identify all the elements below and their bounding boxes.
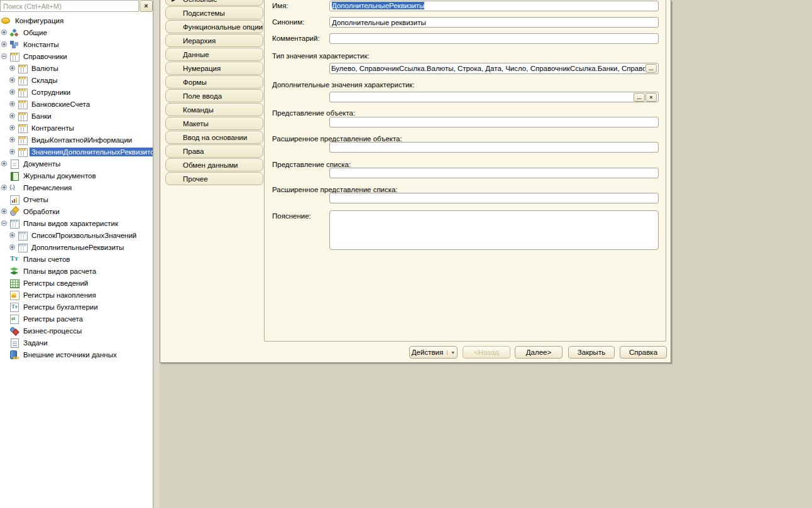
tab-label: Нумерация — [183, 65, 221, 72]
expander-icon[interactable] — [1, 30, 7, 35]
expander-icon[interactable] — [9, 244, 15, 250]
tree-item[interactable]: Склады — [0, 74, 153, 86]
tree-item[interactable]: Справочники — [0, 50, 153, 62]
dialog-tab[interactable]: Макеты — [165, 117, 263, 130]
tree-item[interactable]: Регистры сведений — [0, 277, 153, 289]
node-type-icon — [18, 243, 28, 252]
additional-values-ellipsis-button[interactable]: ... — [634, 93, 645, 102]
object-presentation-field[interactable] — [329, 117, 659, 127]
node-type-icon — [18, 76, 28, 85]
expander-icon[interactable] — [9, 65, 15, 71]
tree-item[interactable]: Банки — [0, 110, 153, 122]
tree-item-label: Склады — [30, 76, 60, 85]
tree-item[interactable]: Конфигурация — [0, 14, 153, 26]
close-icon: × — [144, 2, 148, 9]
dialog-tab[interactable]: Поле ввода — [165, 89, 263, 102]
dialog-tab[interactable]: Данные — [165, 48, 263, 61]
additional-values-field[interactable]: ... × — [329, 92, 659, 102]
tree-item[interactable]: Регистры бухгалтерии — [0, 301, 153, 313]
tree-item[interactable]: Общие — [0, 26, 153, 38]
panel-splitter[interactable] — [154, 0, 160, 508]
dialog-tab[interactable]: Обмен данными — [165, 158, 263, 171]
tree-item[interactable]: Регистры расчета — [0, 313, 153, 325]
dialog-tab[interactable]: Подсистемы — [165, 6, 263, 19]
value-type-field[interactable]: Булево, СправочникСсылка.Валюты, Строка,… — [329, 63, 659, 74]
search-input[interactable] — [0, 0, 139, 12]
close-button[interactable]: Закрыть — [568, 346, 615, 359]
node-type-icon — [9, 267, 19, 276]
expander-icon[interactable] — [9, 125, 15, 131]
tree-item[interactable]: Перечисления — [0, 181, 153, 193]
expander-icon[interactable] — [1, 185, 7, 190]
tree-item-label: Регистры расчета — [21, 315, 85, 323]
dialog-tab[interactable]: Иерархия — [165, 34, 263, 47]
tree-item[interactable]: СписокПроизвольныхЗначений — [0, 229, 153, 241]
close-search-button[interactable]: × — [140, 0, 153, 12]
tree-item[interactable]: БанковскиеСчета — [0, 98, 153, 110]
expander-icon[interactable] — [1, 53, 7, 59]
dialog-tab[interactable]: Прочее — [165, 172, 263, 185]
tree-item-label: Сотрудники — [30, 88, 72, 97]
tab-label: Основные — [183, 0, 217, 3]
tab-label: Обмен данными — [183, 161, 238, 169]
next-button[interactable]: Далее> — [515, 346, 562, 359]
expander-icon[interactable] — [9, 232, 15, 238]
tree-item[interactable]: Документы — [0, 158, 153, 170]
back-button[interactable]: <Назад — [463, 346, 510, 359]
tree-item-label: БанковскиеСчета — [30, 100, 92, 109]
tree-item[interactable]: Сотрудники — [0, 86, 153, 98]
tree-item[interactable]: Планы видов расчета — [0, 265, 153, 277]
tree-item[interactable]: Внешние источники данных — [0, 349, 153, 360]
comment-field[interactable] — [329, 33, 659, 44]
expander-icon[interactable] — [1, 220, 7, 226]
dialog-tab[interactable]: Нумерация — [165, 62, 263, 75]
node-type-icon — [9, 171, 19, 180]
dialog-tab[interactable]: Команды — [165, 103, 263, 116]
tree-item[interactable]: Журналы документов — [0, 170, 153, 181]
dialog-tab[interactable]: Функциональные опции — [165, 20, 263, 33]
tree-item[interactable]: Обработки — [0, 205, 153, 217]
expander-icon[interactable] — [1, 161, 7, 166]
expander-icon[interactable] — [9, 77, 15, 83]
actions-button[interactable]: Действия ▼ — [409, 346, 458, 359]
tree-item-label: Константы — [21, 40, 61, 49]
tree-item[interactable]: Контрагенты — [0, 122, 153, 134]
tree-item[interactable]: Задачи — [0, 337, 153, 349]
extended-object-presentation-field[interactable] — [329, 142, 659, 153]
tree-item[interactable]: ДополнительныеРеквизиты — [0, 241, 153, 253]
tree-item[interactable]: Бизнес-процессы — [0, 325, 153, 337]
tree-item[interactable]: Регистры накопления — [0, 289, 153, 301]
tree-item[interactable]: Константы — [0, 38, 153, 50]
help-button[interactable]: Справка — [620, 346, 667, 359]
expander-icon[interactable] — [9, 149, 15, 154]
tree-item[interactable]: Планы видов характеристик — [0, 217, 153, 229]
dialog-tab[interactable]: Ввод на основании — [165, 131, 263, 144]
node-type-icon — [9, 255, 19, 264]
node-type-icon — [9, 350, 19, 359]
tree-item[interactable]: Отчеты — [0, 193, 153, 205]
dialog-tab[interactable]: Права — [165, 144, 263, 158]
search-row: × — [0, 0, 153, 13]
tree-item[interactable]: Валюты — [0, 62, 153, 74]
node-type-icon — [9, 303, 19, 311]
tree-item[interactable]: Планы счетов — [0, 253, 153, 265]
expander-icon[interactable] — [9, 113, 15, 119]
expander-icon[interactable] — [9, 137, 15, 143]
synonym-field[interactable] — [329, 17, 659, 28]
expander-icon[interactable] — [1, 41, 7, 47]
expander-icon[interactable] — [9, 89, 15, 95]
tree-item[interactable]: ВидыКонтактнойИнформации — [0, 134, 153, 146]
node-type-icon — [18, 231, 28, 240]
name-field[interactable]: ДополнительныеРеквизиты — [329, 1, 659, 11]
dialog-tab[interactable]: Основные — [165, 0, 263, 6]
tree-item[interactable]: ЗначенияДополнительныхРеквизитов — [0, 146, 153, 158]
value-type-ellipsis-button[interactable]: ... — [645, 64, 657, 73]
dialog-tab[interactable]: Формы — [165, 75, 263, 89]
list-presentation-field[interactable] — [329, 168, 659, 178]
extended-list-presentation-field[interactable] — [329, 193, 659, 203]
explanation-field[interactable] — [329, 210, 659, 250]
expander-icon[interactable] — [9, 101, 15, 107]
tree-item-label: Регистры накопления — [21, 291, 98, 300]
expander-icon[interactable] — [1, 208, 7, 214]
additional-values-clear-button[interactable]: × — [645, 93, 657, 102]
